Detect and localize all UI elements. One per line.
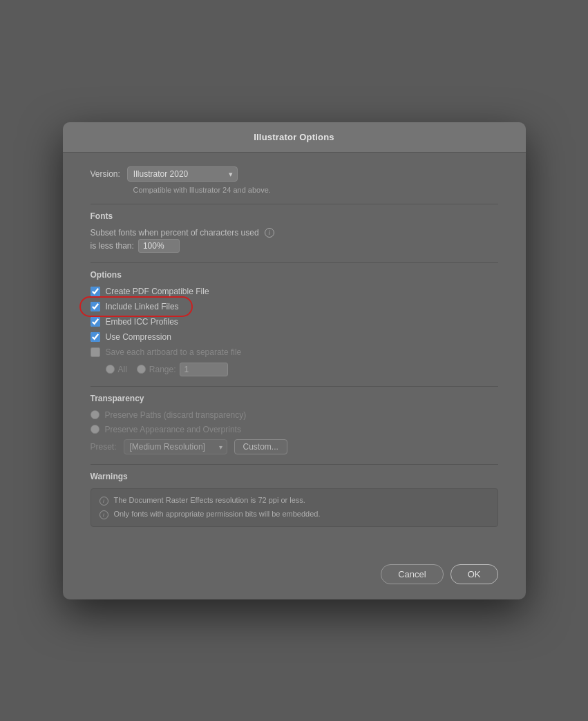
use-compression-checkbox[interactable] [91, 332, 100, 342]
checkbox-row-embed-icc: Embed ICC Profiles [91, 317, 498, 327]
create-pdf-checkbox[interactable] [91, 287, 100, 296]
artboard-all-label: All [118, 365, 127, 374]
range-input[interactable] [180, 363, 228, 376]
include-linked-checkbox[interactable] [91, 302, 100, 311]
illustrator-options-dialog: Illustrator Options Version: Illustrator… [63, 122, 526, 599]
transparency-section-title: Transparency [91, 394, 498, 403]
warning-text-2: Only fonts with appropriate permission b… [114, 510, 321, 518]
ok-button[interactable]: OK [451, 564, 498, 584]
warnings-section-title: Warnings [91, 472, 498, 481]
dialog-title: Illustrator Options [77, 132, 512, 142]
divider-fonts [91, 204, 498, 204]
divider-transparency [91, 386, 498, 387]
preset-select-wrapper[interactable]: [Medium Resolution] [124, 439, 227, 454]
divider-options [91, 262, 498, 263]
fonts-section-title: Fonts [91, 211, 498, 221]
warning-item-1: i The Document Raster Effects resolution… [99, 496, 489, 506]
custom-button[interactable]: Custom... [234, 439, 287, 454]
compat-text: Compatible with Illustrator 24 and above… [133, 186, 498, 194]
dialog-titlebar: Illustrator Options [63, 122, 526, 153]
version-label: Version: [91, 169, 120, 179]
preserve-appearance-radio[interactable] [91, 425, 99, 434]
warnings-section: Warnings i The Document Raster Effects r… [91, 472, 498, 527]
artboard-range-label: Range: [149, 365, 176, 374]
checkbox-row-use-compression: Use Compression [91, 332, 498, 342]
subset-line2: is less than: [91, 239, 498, 253]
create-pdf-label: Create PDF Compatible File [106, 287, 209, 296]
preserve-paths-radio[interactable] [91, 410, 99, 419]
preset-label: Preset: [91, 442, 117, 452]
divider-warnings [91, 464, 498, 465]
artboard-all-radio-row: All [106, 365, 127, 374]
fonts-section: Fonts Subset fonts when percent of chara… [91, 211, 498, 253]
preserve-appearance-row: Preserve Appearance and Overprints [91, 425, 498, 434]
version-select-wrapper[interactable]: Illustrator 2020 [127, 166, 238, 182]
artboard-range-radio[interactable] [137, 365, 146, 374]
preset-select[interactable]: [Medium Resolution] [124, 439, 227, 454]
version-select[interactable]: Illustrator 2020 [127, 166, 238, 182]
checkbox-row-include-linked: Include Linked Files [91, 302, 498, 311]
subset-info-icon: i [265, 228, 274, 238]
warning-info-icon-1: i [99, 497, 108, 506]
save-artboard-label: Save each artboard to a separate file [106, 347, 242, 357]
checkbox-row-save-artboard: Save each artboard to a separate file [91, 347, 498, 357]
artboard-range-radio-row: Range: [137, 363, 228, 376]
save-artboard-checkbox[interactable] [91, 347, 100, 357]
include-linked-label: Include Linked Files [106, 302, 179, 311]
embed-icc-checkbox[interactable] [91, 317, 100, 327]
artboard-all-radio[interactable] [106, 365, 115, 374]
percent-input[interactable] [138, 239, 180, 253]
include-linked-highlight: Include Linked Files [91, 302, 179, 311]
cancel-button[interactable]: Cancel [381, 564, 443, 584]
artboard-sub-row: All Range: [106, 363, 498, 376]
options-section-title: Options [91, 270, 498, 280]
is-less-label: is less than: [91, 241, 134, 251]
subset-row: Subset fonts when percent of characters … [91, 228, 498, 238]
checkbox-row-create-pdf: Create PDF Compatible File [91, 287, 498, 296]
warning-text-1: The Document Raster Effects resolution i… [114, 496, 305, 504]
options-section: Options Create PDF Compatible File Inclu… [91, 270, 498, 376]
warnings-box: i The Document Raster Effects resolution… [91, 488, 498, 527]
warning-info-icon-2: i [99, 510, 108, 519]
preserve-paths-label: Preserve Paths (discard transparency) [105, 410, 247, 420]
embed-icc-label: Embed ICC Profiles [106, 317, 178, 327]
preset-row: Preset: [Medium Resolution] Custom... [91, 439, 498, 454]
dialog-body: Version: Illustrator 2020 Compatible wit… [63, 153, 526, 555]
use-compression-label: Use Compression [106, 332, 171, 342]
preserve-appearance-label: Preserve Appearance and Overprints [105, 425, 241, 434]
dialog-buttons: Cancel OK [63, 555, 526, 599]
version-row: Version: Illustrator 2020 [91, 166, 498, 182]
subset-label: Subset fonts when percent of characters … [91, 228, 259, 238]
preserve-paths-row: Preserve Paths (discard transparency) [91, 410, 498, 420]
transparency-section: Transparency Preserve Paths (discard tra… [91, 394, 498, 454]
warning-item-2: i Only fonts with appropriate permission… [99, 510, 489, 519]
